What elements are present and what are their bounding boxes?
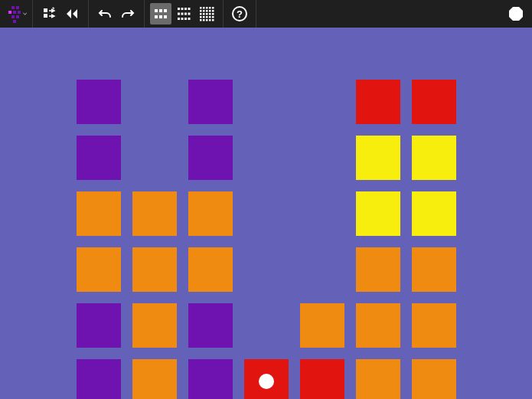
undo-icon — [97, 6, 113, 21]
grid-cell[interactable] — [132, 191, 177, 236]
game-board[interactable] — [0, 28, 532, 399]
export-icon: * — [41, 6, 57, 21]
svg-text:?: ? — [237, 8, 243, 20]
svg-rect-23 — [206, 7, 208, 9]
grid-medium-button[interactable] — [173, 3, 194, 25]
grid-cell[interactable] — [77, 303, 121, 348]
stop-button[interactable] — [505, 3, 527, 25]
svg-rect-25 — [212, 7, 214, 9]
toolbar-group-grid — [145, 0, 224, 28]
grid-cell[interactable] — [77, 359, 121, 399]
grid-cell[interactable] — [77, 136, 121, 180]
grid-cell[interactable] — [412, 303, 456, 348]
undo-button[interactable] — [94, 3, 116, 25]
grid-cell[interactable] — [356, 191, 400, 236]
svg-rect-20 — [188, 18, 191, 20]
rewind-icon — [64, 6, 80, 21]
svg-rect-4 — [159, 9, 162, 12]
toolbar-group-history — [89, 0, 145, 28]
svg-rect-18 — [181, 18, 184, 20]
svg-rect-45 — [212, 19, 214, 21]
svg-rect-40 — [212, 16, 214, 18]
svg-rect-41 — [200, 19, 202, 21]
toolbar: * — [0, 0, 532, 28]
svg-rect-10 — [181, 8, 184, 10]
grid-cell[interactable] — [412, 359, 456, 399]
svg-rect-28 — [206, 10, 208, 12]
grid-cell[interactable] — [412, 136, 456, 180]
grid-cell[interactable] — [188, 191, 233, 236]
svg-rect-0 — [44, 8, 47, 12]
svg-rect-8 — [164, 15, 167, 18]
svg-rect-37 — [203, 16, 205, 18]
grid-cell[interactable] — [132, 303, 177, 348]
chevron-down-icon — [23, 10, 27, 18]
svg-rect-32 — [203, 13, 205, 15]
toolbar-group-transport: * — [33, 0, 89, 28]
svg-rect-3 — [155, 9, 158, 12]
svg-marker-48 — [509, 7, 523, 21]
grid-medium-icon — [176, 6, 191, 21]
svg-rect-15 — [184, 13, 187, 15]
app-logo-icon — [8, 5, 18, 23]
svg-rect-44 — [209, 19, 211, 21]
grid-cell[interactable] — [356, 80, 400, 124]
svg-rect-6 — [155, 15, 158, 18]
grid-cell[interactable] — [188, 303, 233, 348]
grid-cell[interactable] — [412, 80, 456, 124]
redo-icon — [120, 6, 135, 21]
grid-cell[interactable] — [412, 191, 456, 236]
svg-rect-36 — [200, 16, 202, 18]
svg-rect-33 — [206, 13, 208, 15]
grid-cell[interactable] — [356, 359, 400, 399]
grid-small-button[interactable] — [150, 3, 171, 25]
grid-cell[interactable] — [356, 303, 400, 348]
svg-rect-31 — [200, 13, 202, 15]
grid-cell[interactable] — [77, 80, 121, 124]
svg-text:*: * — [52, 6, 55, 13]
rewind-button[interactable] — [61, 3, 83, 25]
svg-rect-17 — [178, 18, 180, 20]
grid-cell[interactable] — [300, 359, 344, 399]
svg-rect-16 — [188, 13, 191, 15]
redo-button[interactable] — [117, 3, 139, 25]
grid-cell[interactable] — [356, 247, 400, 292]
grid-cell[interactable] — [77, 191, 121, 236]
grid-cell[interactable] — [412, 247, 456, 292]
grid-cell[interactable] — [188, 136, 233, 180]
svg-rect-11 — [184, 8, 187, 10]
svg-rect-21 — [200, 7, 202, 9]
svg-rect-26 — [200, 10, 202, 12]
svg-rect-22 — [203, 7, 205, 9]
grid-cell[interactable] — [188, 359, 233, 399]
grid-cell[interactable] — [188, 80, 233, 124]
help-button[interactable]: ? — [229, 3, 250, 25]
grid-cell[interactable] — [300, 303, 344, 348]
svg-rect-7 — [159, 15, 162, 18]
grid-cell[interactable] — [356, 136, 400, 180]
svg-rect-43 — [206, 19, 208, 21]
svg-rect-38 — [206, 16, 208, 18]
svg-rect-19 — [184, 18, 187, 20]
svg-rect-24 — [209, 7, 211, 9]
svg-rect-5 — [164, 9, 167, 12]
grid-cell[interactable] — [188, 247, 233, 292]
stop-icon — [508, 5, 524, 22]
svg-rect-9 — [178, 8, 180, 10]
svg-rect-35 — [212, 13, 214, 15]
grid-large-button[interactable] — [196, 3, 217, 25]
svg-rect-42 — [203, 19, 205, 21]
grid-cell[interactable] — [77, 247, 121, 292]
svg-rect-27 — [203, 10, 205, 12]
svg-rect-1 — [44, 14, 47, 18]
player-token[interactable] — [259, 374, 274, 389]
export-button[interactable]: * — [38, 3, 60, 25]
svg-rect-13 — [178, 13, 180, 15]
svg-rect-39 — [209, 16, 211, 18]
grid-cell[interactable] — [132, 247, 177, 292]
grid-cell[interactable] — [132, 359, 177, 399]
svg-rect-14 — [181, 13, 184, 15]
help-icon: ? — [231, 5, 248, 22]
grid-small-icon — [153, 6, 168, 21]
logo-menu-button[interactable] — [5, 3, 27, 25]
